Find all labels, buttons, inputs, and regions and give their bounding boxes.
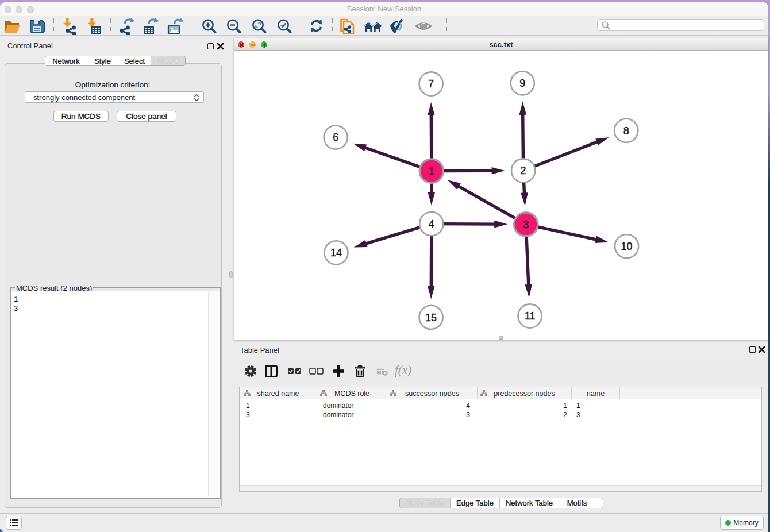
svg-text:14: 14 (330, 247, 342, 259)
svg-text:4: 4 (429, 218, 434, 230)
svg-text:7: 7 (428, 78, 434, 90)
svg-text:6: 6 (333, 132, 338, 143)
svg-text:8: 8 (623, 125, 629, 137)
svg-text:15: 15 (425, 312, 437, 323)
svg-text:1: 1 (429, 165, 434, 177)
svg-text:11: 11 (525, 310, 536, 322)
svg-text:2: 2 (521, 165, 526, 176)
svg-text:9: 9 (519, 78, 525, 89)
svg-text:3: 3 (523, 219, 529, 230)
svg-text:10: 10 (621, 241, 633, 252)
